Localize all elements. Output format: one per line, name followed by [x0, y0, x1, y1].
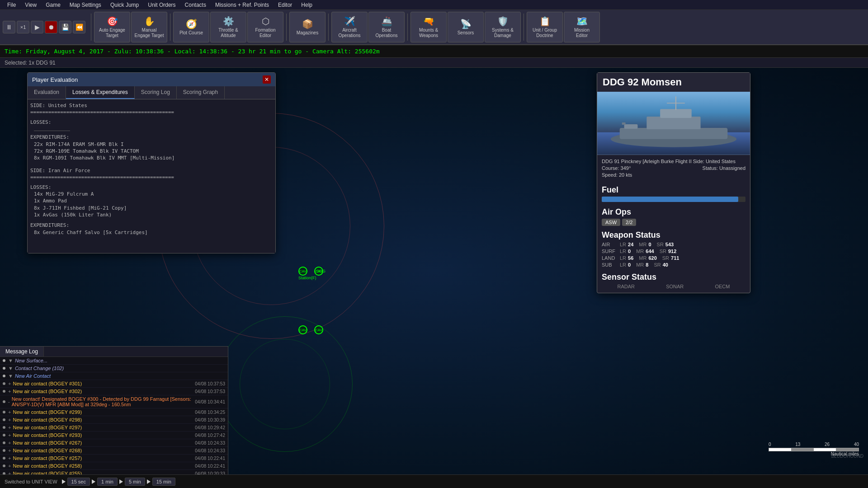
- play-icon: [62, 479, 66, 484]
- bottom-bar: Switched to UNIT VIEW 15 sec 1 min 5 min…: [0, 474, 868, 488]
- mounts-button[interactable]: 🔫 Mounts &Weapons: [410, 12, 447, 42]
- msg-item-2[interactable]: - New contact! Designated BOGEY #300 - D…: [0, 395, 228, 408]
- map-unit-cav3[interactable]: CAV: [298, 325, 307, 334]
- msg-item-11[interactable]: + New air contact (BOGEY #255) 04/08 10:…: [0, 470, 228, 474]
- menu-missions[interactable]: Missions + Ref. Points: [212, 1, 273, 9]
- msg-group-air-contact[interactable]: ▼ New Air Contact: [0, 372, 228, 380]
- msg-dot-9: [3, 457, 5, 460]
- plot-course-button[interactable]: 🧭 Plot Course: [173, 12, 209, 42]
- time-1min[interactable]: 1 min: [97, 478, 118, 486]
- menu-map-settings[interactable]: Map Settings: [66, 1, 105, 9]
- group-contact-text: Contact Change (102): [15, 366, 225, 371]
- boat-ops-button[interactable]: 🚢 BoatOperations: [368, 12, 405, 42]
- tab-scoring-log[interactable]: Scoring Log: [135, 86, 177, 99]
- air-ops-badge-count: 2/2: [622, 219, 636, 226]
- ddg-subtitle-row: DDG 91 Pinckney [Arleigh Burke Flight II…: [602, 159, 745, 164]
- msg-time-7: 04/08 10:24:33: [195, 441, 225, 446]
- aircraft-ops-icon: ✈️: [344, 16, 355, 27]
- msg-item-7[interactable]: + New air contact (BOGEY #267) 04/08 10:…: [0, 439, 228, 447]
- msg-content[interactable]: ▼ New Surface... ▼ Contact Change (102) …: [0, 357, 228, 474]
- aircraft-ops-button[interactable]: ✈️ AircraftOperations: [331, 12, 368, 42]
- map-unit-cav4[interactable]: CAV: [314, 325, 323, 334]
- menu-contacts[interactable]: Contacts: [181, 1, 210, 9]
- menu-game[interactable]: Game: [42, 1, 64, 9]
- auto-engage-button[interactable]: 🎯 Auto EngageTarget: [94, 12, 130, 42]
- mission-editor-button[interactable]: 🗺️ MissionEditor: [564, 12, 600, 42]
- losses-underline: [34, 126, 70, 131]
- menu-quick-jump[interactable]: Quick Jump: [107, 1, 142, 9]
- tab-evaluation[interactable]: Evaluation: [28, 86, 66, 99]
- sensors-button[interactable]: 📡 Sensors: [448, 12, 484, 42]
- map-unit-ddg[interactable]: DDG: [316, 269, 326, 273]
- msg-item-0[interactable]: + New air contact (BOGEY #301) 04/08 10:…: [0, 380, 228, 388]
- menu-view[interactable]: View: [21, 1, 40, 9]
- msg-text-9: New air contact (BOGEY #257): [13, 455, 192, 461]
- msg-item-10[interactable]: + New air contact (BOGEY #258) 04/08 10:…: [0, 462, 228, 470]
- expenditures-iran-label: EXPENDITURES:: [30, 222, 273, 229]
- eval-content[interactable]: SIDE: United States ====================…: [28, 99, 275, 253]
- manual-engage-button[interactable]: ✋ ManualEngage Target: [131, 12, 167, 42]
- weapon-type-land: LAND: [602, 255, 620, 261]
- tab-message-log[interactable]: Message Log: [0, 347, 44, 357]
- formation-button[interactable]: ⬡ FormationEditor: [247, 12, 283, 42]
- play-icon-2: [92, 479, 95, 484]
- weapon-sub-lr: LR0: [620, 262, 631, 267]
- pause-button[interactable]: ⏸: [3, 21, 15, 33]
- msg-time-3: 04/08 10:34:25: [195, 410, 225, 415]
- msg-dot-3: [3, 411, 5, 413]
- unit-doctrine-button[interactable]: 📋 Unit / GroupDoctrine: [527, 12, 563, 42]
- msg-text-10: New air contact (BOGEY #258): [13, 463, 192, 469]
- magazines-icon: 📦: [302, 19, 313, 29]
- msg-item-4[interactable]: + New air contact (BOGEY #298) 04/08 10:…: [0, 416, 228, 424]
- tab-scoring-graph[interactable]: Scoring Graph: [177, 86, 225, 99]
- msg-text-3: New air contact (BOGEY #299): [13, 409, 192, 415]
- msg-group-surface[interactable]: ▼ New Surface...: [0, 357, 228, 365]
- msg-item-3[interactable]: + New air contact (BOGEY #299) 04/08 10:…: [0, 408, 228, 416]
- svg-rect-8: [624, 124, 638, 129]
- systems-button[interactable]: 🛡️ Systems &Damage: [485, 12, 521, 42]
- rewind-button[interactable]: ⏪: [73, 21, 85, 33]
- time-15sec[interactable]: 15 sec: [67, 478, 90, 486]
- record-button[interactable]: ⏺: [45, 21, 57, 33]
- msg-item-6[interactable]: + New air contact (BOGEY #293) 04/08 10:…: [0, 432, 228, 439]
- menu-unit-orders[interactable]: Unit Orders: [144, 1, 179, 9]
- msg-item-5[interactable]: + New air contact (BOGEY #297) 04/08 10:…: [0, 424, 228, 432]
- weapon-air-lr: LR24: [620, 242, 633, 247]
- msg-dot-1: [3, 390, 5, 393]
- msg-plus-6: +: [8, 432, 11, 438]
- fuel-bar-container: [602, 197, 745, 202]
- msg-text-0: New air contact (BOGEY #301): [13, 381, 192, 386]
- msg-item-8[interactable]: + New air contact (BOGEY #268) 04/08 10:…: [0, 447, 228, 455]
- menu-help[interactable]: Help: [297, 1, 316, 9]
- air-ops-badge-asw: ASW: [602, 219, 620, 226]
- weapon-sub-sr: SR40: [654, 262, 668, 267]
- expand-dot-2: [3, 367, 5, 370]
- map[interactable]: CAV Station(F) CAV CAV CAV DDG Player Ev…: [0, 68, 868, 474]
- loss-iran-item-4: 1x AvGas (150k Liter Tank): [34, 211, 273, 218]
- throttle-button[interactable]: ⚙️ Throttle &Altitude: [210, 12, 246, 42]
- msg-item-9[interactable]: + New air contact (BOGEY #257) 04/08 10:…: [0, 455, 228, 462]
- auto-engage-label: Auto EngageTarget: [99, 28, 125, 38]
- close-dialog-button[interactable]: ✕: [263, 75, 271, 84]
- msg-time-1: 04/08 10:37:53: [195, 389, 225, 394]
- menu-editor[interactable]: Editor: [274, 1, 296, 9]
- tab-losses-expenditures[interactable]: Losses & Expenditures: [66, 86, 135, 99]
- map-unit-cav1[interactable]: CAV Station(F): [298, 267, 316, 280]
- msg-dot-0: [3, 382, 5, 385]
- ship-image-svg: [597, 92, 750, 155]
- ddg-status: Status: Unassigned: [703, 165, 745, 171]
- menu-file[interactable]: File: [4, 1, 19, 9]
- save-button[interactable]: 💾: [59, 21, 71, 33]
- msg-text-11: New air contact (BOGEY #255): [13, 471, 192, 474]
- msg-plus-4: +: [8, 417, 11, 422]
- time-5min[interactable]: 5 min: [125, 478, 145, 486]
- play-button[interactable]: ▶: [31, 21, 43, 33]
- msg-time-8: 04/08 10:24:33: [195, 448, 225, 453]
- msg-group-contact-change[interactable]: ▼ Contact Change (102): [0, 365, 228, 372]
- separator-3: [286, 14, 287, 41]
- time-15min[interactable]: 15 min: [152, 478, 175, 486]
- dialog-titlebar[interactable]: Player Evaluation ✕: [28, 73, 275, 86]
- msg-item-1[interactable]: + New air contact (BOGEY #302) 04/08 10:…: [0, 388, 228, 395]
- magazines-button[interactable]: 📦 Magazines: [289, 12, 326, 42]
- msg-plus-10: +: [8, 463, 11, 469]
